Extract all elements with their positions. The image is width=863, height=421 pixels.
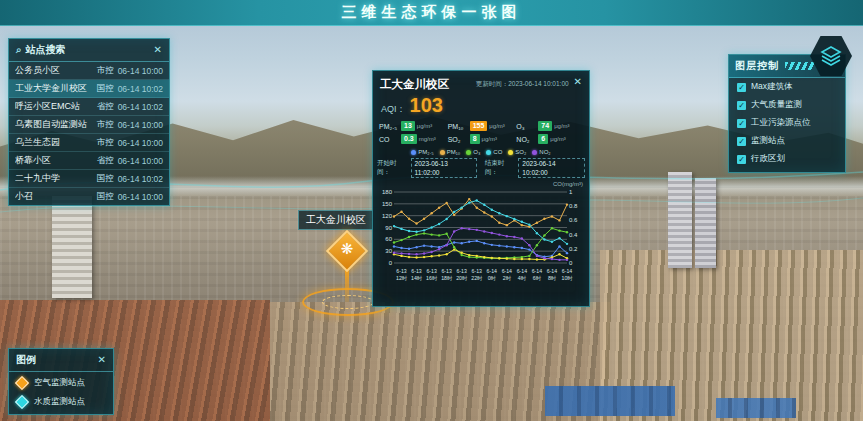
svg-text:10时: 10时: [562, 275, 574, 281]
svg-text:0时: 0时: [488, 275, 497, 281]
pollutant-cell: SO₂8μg/m³: [448, 134, 515, 144]
svg-text:0.2: 0.2: [569, 246, 578, 252]
station-row[interactable]: 公务员小区市控06-14 10:00: [9, 62, 169, 80]
popup-header: 工大金川校区 更新时间：2023-06-14 10:01:00 ✕: [373, 71, 589, 94]
svg-text:6-14: 6-14: [562, 268, 572, 274]
layer-item[interactable]: ✓监测站点: [729, 132, 845, 150]
station-row[interactable]: 乌兰生态园市控06-14 10:00: [9, 134, 169, 152]
aqi-label: AQI：: [381, 103, 406, 116]
svg-text:6-13: 6-13: [396, 268, 406, 274]
station-name: 乌素图自动监测站: [15, 118, 93, 131]
svg-text:6-13: 6-13: [472, 268, 482, 274]
layer-item[interactable]: ✓工业污染源点位: [729, 114, 845, 132]
station-name: 乌兰生态园: [15, 136, 93, 149]
svg-text:12时: 12时: [396, 275, 408, 281]
pollutant-unit: μg/m³: [554, 123, 569, 129]
legend-color-dot: [466, 150, 471, 155]
legend-color-dot: [532, 150, 537, 155]
svg-text:20时: 20时: [456, 275, 468, 281]
station-update-time: 06-14 10:00: [118, 156, 163, 166]
pollutant-cell: O₃74μg/m³: [516, 121, 583, 131]
svg-text:6-13: 6-13: [457, 268, 467, 274]
chart-legend-item[interactable]: PM₂.₅: [411, 149, 433, 155]
svg-text:0.8: 0.8: [569, 203, 578, 209]
start-time-input[interactable]: 2023-06-13 11:02:00: [411, 158, 477, 178]
pollutant-unit: μg/m³: [489, 123, 504, 129]
end-time-input[interactable]: 2023-06-14 10:02:00: [518, 158, 585, 178]
station-level: 国控: [97, 173, 114, 185]
pollutant-trend-chart[interactable]: 030609012015018000.20.40.60.816-1312时6-1…: [373, 187, 589, 306]
pollutant-name: NO₂: [516, 136, 536, 143]
legend-series-label: O₃: [473, 149, 480, 155]
station-row[interactable]: 小召国控06-14 10:00: [9, 188, 169, 205]
pollutant-name: O₃: [516, 123, 536, 130]
chart-legend-item[interactable]: CO: [486, 149, 502, 155]
header-stripes-decoration: [785, 62, 815, 70]
station-row[interactable]: 工业大学金川校区国控06-14 10:02: [9, 80, 169, 98]
station-update-time: 06-14 10:02: [118, 84, 163, 94]
search-icon[interactable]: ⌕: [16, 44, 22, 56]
station-row[interactable]: 呼运小区EMC站省控06-14 10:02: [9, 98, 169, 116]
layer-label: Max建筑体: [751, 81, 793, 93]
station-level: 市控: [97, 119, 114, 131]
legend-panel-title: 图例: [16, 353, 94, 367]
svg-text:1: 1: [569, 189, 573, 195]
chart-legend-item[interactable]: SO₂: [508, 149, 526, 155]
layer-checkbox[interactable]: ✓: [737, 137, 746, 146]
svg-text:6-14: 6-14: [532, 268, 542, 274]
legend-color-dot: [411, 150, 416, 155]
station-row[interactable]: 乌素图自动监测站市控06-14 10:00: [9, 116, 169, 134]
station-row[interactable]: 二十九中学国控06-14 10:02: [9, 170, 169, 188]
station-name: 桥靠小区: [15, 154, 93, 167]
station-list: 公务员小区市控06-14 10:00工业大学金川校区国控06-14 10:02呼…: [9, 62, 169, 205]
svg-text:22时: 22时: [471, 275, 483, 281]
end-time-group: 结束时间： 2023-06-14 10:02:00: [485, 158, 585, 178]
legend-item-label: 水质监测站点: [34, 396, 85, 408]
station-level: 省控: [97, 101, 114, 113]
legend-diamond-icon: [15, 376, 29, 390]
popup-close-icon[interactable]: ✕: [574, 77, 582, 87]
layer-label: 监测站点: [751, 135, 785, 147]
svg-text:0: 0: [389, 260, 393, 266]
layer-item[interactable]: ✓行政区划: [729, 150, 845, 168]
popup-update-time: 更新时间：2023-06-14 10:01:00: [454, 77, 569, 89]
station-panel-title: 站点搜索: [26, 43, 150, 57]
svg-text:0.6: 0.6: [569, 217, 578, 223]
station-search-panel: ⌕ 站点搜索 ✕ 公务员小区市控06-14 10:00工业大学金川校区国控06-…: [8, 38, 170, 206]
svg-text:150: 150: [382, 201, 393, 207]
layer-label: 大气质量监测: [751, 99, 802, 111]
pollutant-value-badge: 6: [538, 134, 548, 144]
station-detail-popup: 工大金川校区 更新时间：2023-06-14 10:01:00 ✕ AQI： 1…: [372, 70, 590, 307]
chart-legend-item[interactable]: O₃: [466, 149, 480, 155]
chart-legend-item[interactable]: NO₂: [532, 149, 550, 155]
layer-checkbox[interactable]: ✓: [737, 83, 746, 92]
chart-legend-item[interactable]: PM₁₀: [440, 149, 461, 155]
station-update-time: 06-14 10:00: [118, 138, 163, 148]
station-level: 市控: [97, 65, 114, 77]
pollutant-name: SO₂: [448, 136, 468, 143]
layer-checkbox[interactable]: ✓: [737, 101, 746, 110]
tall-building-left: [52, 196, 92, 298]
time-range-row: 开始时间： 2023-06-13 11:02:00 结束时间： 2023-06-…: [373, 156, 589, 180]
legend-series-label: NO₂: [539, 149, 550, 155]
layer-checkbox[interactable]: ✓: [737, 119, 746, 128]
close-icon[interactable]: ✕: [154, 45, 162, 55]
svg-text:14时: 14时: [411, 275, 423, 281]
layer-list: ✓Max建筑体✓大气质量监测✓工业污染源点位✓监测站点✓行政区划: [729, 78, 845, 168]
layer-item[interactable]: ✓大气质量监测: [729, 96, 845, 114]
station-name: 二十九中学: [15, 172, 93, 185]
pollutant-name: PM₁₀: [448, 123, 468, 130]
page-title: 三维生态环保一张图: [342, 3, 522, 22]
map-marker-label[interactable]: 工大金川校区: [298, 210, 374, 230]
pollutant-value-badge: 155: [470, 121, 488, 131]
pollutant-unit: μg/m³: [417, 123, 432, 129]
layer-checkbox[interactable]: ✓: [737, 155, 746, 164]
app-window: 三维生态环保一张图 ⌕ 站点搜索 ✕ 公务员小区市控06-14 10:00工业大…: [0, 0, 863, 421]
legend-color-dot: [486, 150, 491, 155]
legend-close-icon[interactable]: ✕: [98, 355, 106, 365]
station-level: 市控: [97, 137, 114, 149]
layer-item[interactable]: ✓Max建筑体: [729, 78, 845, 96]
legend-diamond-icon: [15, 395, 29, 409]
pollutant-value-badge: 13: [401, 121, 415, 131]
station-row[interactable]: 桥靠小区省控06-14 10:00: [9, 152, 169, 170]
